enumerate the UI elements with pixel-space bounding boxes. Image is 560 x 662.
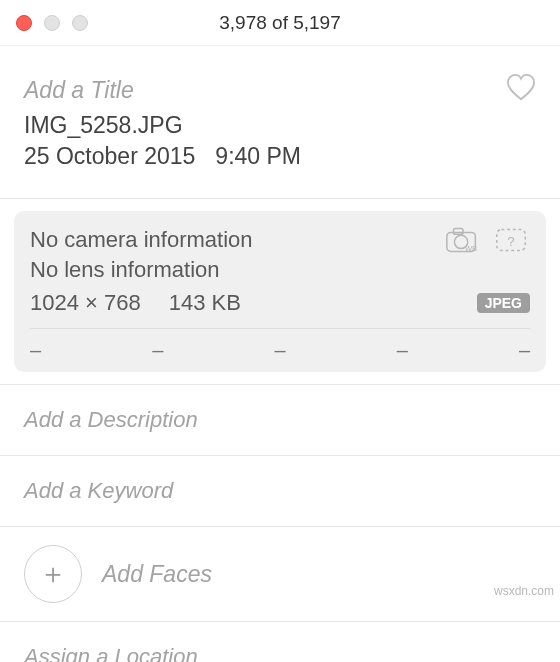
exif-field: – — [519, 339, 530, 362]
zoom-window-button[interactable] — [72, 15, 88, 31]
keyword-field[interactable]: Add a Keyword — [0, 455, 560, 526]
location-field[interactable]: Assign a Location — [0, 621, 560, 662]
svg-text:WB: WB — [465, 244, 477, 253]
exif-meta-row: – – – – – — [30, 328, 530, 362]
close-window-button[interactable] — [16, 15, 32, 31]
camera-info-text: No camera information — [30, 225, 253, 255]
faces-label: Add Faces — [102, 561, 212, 588]
format-badge: JPEG — [477, 293, 530, 313]
window-titlebar: 3,978 of 5,197 — [0, 0, 560, 46]
exif-field: – — [30, 339, 41, 362]
minimize-window-button[interactable] — [44, 15, 60, 31]
keyword-placeholder: Add a Keyword — [24, 478, 173, 503]
datetime-label[interactable]: 25 October 20159:40 PM — [24, 143, 536, 170]
description-field[interactable]: Add a Description — [0, 384, 560, 455]
time-text: 9:40 PM — [215, 143, 301, 169]
white-balance-icon: WB — [444, 225, 482, 259]
exif-field: – — [274, 339, 285, 362]
lens-info-text: No lens information — [30, 255, 253, 285]
exif-field: – — [397, 339, 408, 362]
date-text: 25 October 2015 — [24, 143, 195, 169]
info-card-container: No camera information No lens informatio… — [0, 199, 560, 384]
filesize-text: 143 KB — [169, 290, 241, 316]
location-placeholder: Assign a Location — [24, 644, 198, 662]
filename-label: IMG_5258.JPG — [24, 112, 536, 139]
title-input[interactable]: Add a Title — [24, 77, 134, 104]
traffic-lights — [0, 15, 88, 31]
svg-rect-1 — [454, 229, 464, 235]
favorite-heart-icon[interactable] — [506, 74, 536, 106]
dimensions-text: 1024 × 768 — [30, 290, 141, 316]
title-section: Add a Title IMG_5258.JPG 25 October 2015… — [0, 46, 560, 180]
add-face-button[interactable]: ＋ — [24, 545, 82, 603]
description-placeholder: Add a Description — [24, 407, 198, 432]
exif-field: – — [152, 339, 163, 362]
watermark-text: wsxdn.com — [494, 584, 554, 598]
plus-icon: ＋ — [39, 555, 67, 593]
camera-info-card: No camera information No lens informatio… — [14, 211, 546, 372]
unknown-format-icon: ? — [492, 225, 530, 259]
svg-text:?: ? — [507, 234, 514, 249]
faces-field[interactable]: ＋ Add Faces — [0, 526, 560, 621]
